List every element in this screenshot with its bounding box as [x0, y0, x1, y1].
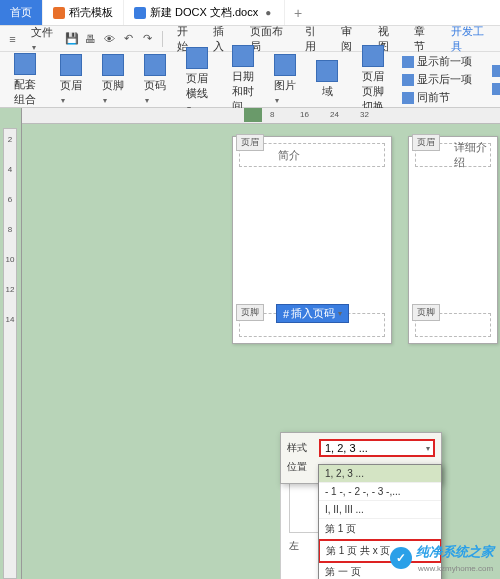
datetime-button[interactable]: 日期和时间 [226, 43, 260, 116]
picture-button[interactable]: 图片▾ [268, 52, 302, 107]
page-footer-region[interactable]: 页脚 # 插入页码▾ [239, 313, 385, 337]
sameprev-button[interactable]: 同前节 [398, 89, 476, 106]
ruler-tick: 12 [4, 285, 16, 294]
page-body[interactable] [409, 173, 497, 307]
undo-icon[interactable]: ↶ [120, 29, 137, 49]
insert-icon [492, 83, 500, 95]
header-tag: 页眉 [412, 134, 440, 151]
tab-template-label: 稻壳模板 [69, 5, 113, 20]
showprev-button[interactable]: 显示前一项 [398, 53, 476, 70]
hfswitch-button[interactable]: 页眉页脚切换 [356, 43, 390, 116]
next-icon [402, 74, 414, 86]
chevron-down-icon: ▾ [426, 444, 430, 453]
redo-icon[interactable]: ↷ [139, 29, 156, 49]
hline-button[interactable]: 页眉横线▾ [180, 45, 214, 115]
tab-document[interactable]: 新建 DOCX 文档.docx ● [124, 0, 285, 25]
footer-icon [102, 54, 124, 76]
datetime-icon [232, 45, 254, 67]
ruler-indent-marker[interactable] [244, 108, 262, 122]
ruler-tick: 8 [4, 225, 16, 234]
template-icon [53, 7, 65, 19]
page-header-region[interactable]: 页眉 详细介绍 [415, 143, 491, 167]
ruler-tick: 16 [300, 110, 309, 119]
word-doc-icon [134, 7, 146, 19]
tab-document-label: 新建 DOCX 文档.docx [150, 5, 258, 20]
menu-file[interactable]: 文件▾ [23, 25, 62, 52]
style-option[interactable]: I, II, III ... [319, 501, 441, 519]
footer-button[interactable]: 页脚▾ [96, 52, 130, 107]
watermark-icon: ✓ [390, 547, 412, 569]
style-select[interactable]: 1, 2, 3 ... ▾ [319, 439, 435, 457]
tab-home-label: 首页 [10, 5, 32, 20]
footer-tag: 页脚 [412, 304, 440, 321]
header-text: 简介 [278, 148, 300, 163]
ruler-tick: 10 [4, 255, 16, 264]
picture-icon [274, 54, 296, 76]
style-option[interactable]: - 1 -, - 2 -, - 3 -,... [319, 483, 441, 501]
horizontal-ruler[interactable]: 8 16 24 32 [22, 108, 500, 124]
style-label: 样式 [287, 441, 315, 455]
ruler-tick: 24 [330, 110, 339, 119]
hfopt-button[interactable]: 页眉 [488, 62, 500, 79]
watermark-sub: www.kzmyhome.com [418, 564, 493, 573]
document-tabbar: 首页 稻壳模板 新建 DOCX 文档.docx ● + [0, 0, 500, 26]
ruler-tick: 4 [4, 165, 16, 174]
insert-button[interactable]: 插入 [488, 80, 500, 97]
hfopt-icon [492, 65, 500, 77]
preview-icon[interactable]: 👁 [101, 29, 118, 49]
page-body[interactable] [233, 173, 391, 307]
field-icon [316, 60, 338, 82]
close-icon[interactable]: ● [262, 7, 274, 19]
pos-label: 位置 [287, 460, 315, 474]
link-icon [402, 92, 414, 104]
ruler-tick: 8 [270, 110, 274, 119]
shownext-button[interactable]: 显示后一项 [398, 71, 476, 88]
add-tab-button[interactable]: + [285, 0, 311, 25]
ruler-tick: 14 [4, 315, 16, 324]
page-1[interactable]: 页眉 简介 页脚 # 插入页码▾ [232, 136, 392, 344]
menu-tab[interactable]: 章节 [406, 26, 441, 52]
menu-tab[interactable]: 开发工具 [443, 26, 496, 52]
header-text: 详细介绍 [454, 140, 490, 170]
watermark: ✓ 纯净系统之家 www.kzmyhome.com [390, 543, 494, 573]
separator [162, 31, 163, 47]
menu-tab[interactable]: 引用 [297, 26, 332, 52]
tab-home[interactable]: 首页 [0, 0, 43, 25]
pagenum-button[interactable]: 页码▾ [138, 52, 172, 107]
combo-icon [14, 53, 36, 75]
vertical-ruler[interactable]: 2 4 6 8 10 12 14 [0, 108, 22, 579]
style-option[interactable]: 1, 2, 3 ... [319, 465, 441, 483]
header-icon [60, 54, 82, 76]
style-value: 1, 2, 3 ... [325, 442, 368, 454]
watermark-text: 纯净系统之家 [416, 544, 494, 559]
field-button[interactable]: 域 [310, 58, 344, 101]
header-button[interactable]: 页眉▾ [54, 52, 88, 107]
ruler-tick: 2 [4, 135, 16, 144]
save-icon[interactable]: 💾 [64, 29, 81, 49]
footer-tag: 页脚 [236, 304, 264, 321]
style-option[interactable]: 第 1 页 [319, 519, 441, 540]
insert-pagenum-button[interactable]: # 插入页码▾ [276, 304, 349, 323]
page-2[interactable]: 页眉 详细介绍 页脚 [408, 136, 498, 344]
page-header-region[interactable]: 页眉 简介 [239, 143, 385, 167]
hfswitch-icon [362, 45, 384, 67]
hline-icon [186, 47, 208, 69]
combo-button[interactable]: 配套组合 [8, 51, 42, 109]
print-icon[interactable]: 🖶 [82, 29, 99, 49]
menu-app-icon[interactable]: ≡ [4, 29, 21, 49]
ruler-tick: 6 [4, 195, 16, 204]
header-tag: 页眉 [236, 134, 264, 151]
page-footer-region[interactable]: 页脚 [415, 313, 491, 337]
tab-template[interactable]: 稻壳模板 [43, 0, 124, 25]
pagenum-small-icon: # [283, 308, 289, 320]
pagenum-icon [144, 54, 166, 76]
prev-icon [402, 56, 414, 68]
workspace: 2 4 6 8 10 12 14 8 16 24 32 页眉 简介 页脚 # 插 [0, 108, 500, 579]
ruler-tick: 32 [360, 110, 369, 119]
ribbon-toolbar: 配套组合 页眉▾ 页脚▾ 页码▾ 页眉横线▾ 日期和时间 图片▾ 域 页眉页脚切… [0, 52, 500, 108]
